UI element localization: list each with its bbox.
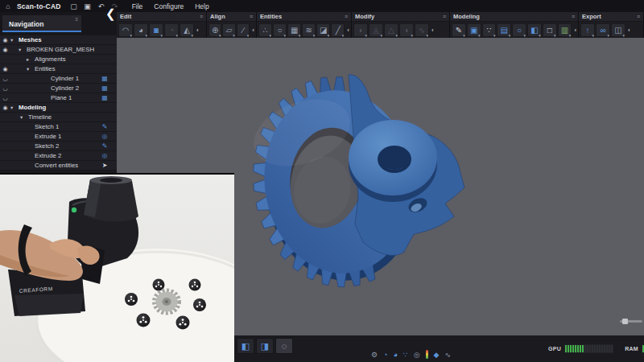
- mesh-blob-icon[interactable]: ◖▾: [399, 23, 414, 37]
- wireframe-box-icon[interactable]: ▣▾: [467, 23, 481, 37]
- grid-icon[interactable]: ▦: [100, 75, 109, 82]
- eye-icon[interactable]: ◉: [0, 66, 10, 72]
- solid-block-icon[interactable]: □▾: [543, 23, 557, 37]
- tree-item-timeline[interactable]: ▾Timeline: [0, 113, 117, 121]
- tree-item-alignments[interactable]: ▸Alignments: [0, 55, 117, 64]
- dropdown-caret-icon[interactable]: ▾: [233, 33, 235, 38]
- curve-fit-icon[interactable]: ∿▾: [415, 23, 429, 37]
- section-menu-icon[interactable]: ≡: [345, 14, 348, 19]
- section-overflow-chevron[interactable]: ‹: [347, 27, 349, 34]
- tree-item-cylinder-1[interactable]: ◡Cylinder 1▦: [0, 74, 117, 83]
- dropdown-caret-icon[interactable]: ▾: [539, 33, 541, 38]
- dropdown-caret-icon[interactable]: ▾: [365, 33, 367, 38]
- eye-icon[interactable]: ◉: [0, 47, 10, 53]
- tree-item-modeling[interactable]: ◉▾Modeling: [0, 103, 117, 112]
- curve-icon[interactable]: ◡: [0, 95, 10, 101]
- tree-item-plane-1[interactable]: ◡Plane 1▦: [0, 93, 117, 102]
- section-menu-icon[interactable]: ≡: [572, 14, 575, 19]
- menu-file[interactable]: File: [132, 2, 143, 10]
- tree-item-cylinder-2[interactable]: ◡Cylinder 2▦: [0, 84, 117, 93]
- tree-item-convert-entities[interactable]: Convert entities➤: [0, 161, 117, 170]
- dropdown-caret-icon[interactable]: ▾: [130, 33, 132, 38]
- menu-help[interactable]: Help: [195, 2, 208, 10]
- viewport-zoom-slider[interactable]: [620, 320, 642, 323]
- panel-collapse-arrow[interactable]: ❮: [105, 6, 116, 21]
- curve-icon[interactable]: ◡: [0, 76, 10, 82]
- dropdown-caret-icon[interactable]: ▾: [328, 33, 330, 38]
- dropdown-caret-icon[interactable]: ▾: [270, 33, 272, 38]
- curve-icon[interactable]: ◡: [0, 85, 10, 92]
- tab-menu-icon[interactable]: ≡: [75, 17, 78, 22]
- align-target-icon[interactable]: ⊕▾: [208, 23, 221, 37]
- solid-view-icon[interactable]: ◆: [434, 351, 440, 359]
- dropdown-caret-icon[interactable]: ▾: [592, 33, 594, 38]
- split-block-icon[interactable]: ◧▾: [527, 23, 542, 37]
- spline-tool-icon[interactable]: ∿: [444, 351, 451, 359]
- dropdown-caret-icon[interactable]: ▾: [395, 33, 398, 38]
- section-overflow-chevron[interactable]: ‹: [628, 27, 630, 34]
- tree-item-broken-gear-mesh[interactable]: ◉▾BROKEN GEAR_MESH: [0, 45, 117, 54]
- dropdown-caret-icon[interactable]: ▾: [509, 33, 511, 38]
- align-pen-icon[interactable]: ∕▾: [237, 23, 250, 37]
- dropdown-caret-icon[interactable]: ▾: [554, 33, 556, 38]
- dropdown-caret-icon[interactable]: ▾: [219, 33, 221, 38]
- fill-selection-icon[interactable]: ◙▾: [149, 23, 163, 37]
- mesh-points-icon[interactable]: ∵: [403, 351, 408, 359]
- eye-icon[interactable]: ◉: [0, 37, 10, 43]
- tree-item-entities[interactable]: ◉▾Entities: [0, 64, 117, 73]
- eye-blue-icon[interactable]: ◎: [100, 152, 109, 159]
- section-overflow-chevron[interactable]: ‹: [431, 27, 434, 34]
- save-icon[interactable]: ▣: [82, 2, 93, 10]
- dropdown-caret-icon[interactable]: ▾: [284, 33, 287, 38]
- color-slab-icon[interactable]: ▥▾: [558, 23, 572, 37]
- stack-icon[interactable]: ▤▾: [497, 23, 511, 37]
- lasso-select-icon[interactable]: ◌: [275, 338, 293, 354]
- dropdown-caret-icon[interactable]: ▾: [342, 33, 345, 38]
- chevron-down-icon[interactable]: ▾: [10, 37, 19, 43]
- dropdown-caret-icon[interactable]: ▾: [411, 33, 413, 38]
- clean-mesh-icon[interactable]: ◔▾: [164, 23, 179, 37]
- dropdown-caret-icon[interactable]: ▾: [160, 33, 163, 38]
- dropdown-caret-icon[interactable]: ▾: [247, 33, 250, 38]
- unfold-icon[interactable]: ◬▾: [369, 23, 383, 37]
- mesh-view-2-icon[interactable]: ◕: [394, 351, 398, 359]
- tree-item-sketch-1[interactable]: Sketch 1✎: [0, 122, 117, 131]
- plane-entity-icon[interactable]: ◪▾: [316, 23, 330, 37]
- triangle-icon[interactable]: △▾: [384, 23, 398, 37]
- smooth-mesh-icon[interactable]: ◕▾: [134, 23, 148, 37]
- dropdown-caret-icon[interactable]: ▾: [145, 33, 147, 38]
- tree-item-meshes[interactable]: ◉▾Meshes: [0, 35, 117, 44]
- settings-gear-icon[interactable]: ⚙: [371, 351, 378, 359]
- section-menu-icon[interactable]: ≡: [637, 14, 640, 19]
- tree-item-extrude-2[interactable]: Extrude 2◎: [0, 151, 117, 160]
- tree-item-sketch-2[interactable]: Sketch 2✎: [0, 142, 117, 150]
- share-people-icon[interactable]: ∞▾: [596, 23, 610, 37]
- dropdown-caret-icon[interactable]: ▾: [299, 33, 301, 38]
- chevron-down-icon[interactable]: ▾: [19, 47, 27, 53]
- mesh-extract-icon[interactable]: ◧: [237, 338, 254, 354]
- eye-icon[interactable]: ◉: [0, 105, 10, 111]
- colorbar-icon[interactable]: [426, 350, 428, 359]
- tab-navigation[interactable]: Navigation ≡: [2, 15, 81, 32]
- section-overflow-chevron[interactable]: ‹: [196, 27, 199, 34]
- dropdown-caret-icon[interactable]: ▾: [569, 33, 572, 38]
- dropdown-caret-icon[interactable]: ▾: [478, 33, 481, 38]
- chevron-right-icon[interactable]: ▸: [27, 56, 35, 63]
- pick-entity-icon[interactable]: ╱▾: [331, 23, 345, 37]
- pointer-icon[interactable]: ➤: [100, 162, 109, 169]
- dropdown-caret-icon[interactable]: ▾: [622, 33, 625, 38]
- dropdown-caret-icon[interactable]: ▾: [313, 33, 316, 38]
- grid-icon[interactable]: ▦: [100, 84, 109, 92]
- section-overflow-chevron[interactable]: ‹: [252, 27, 254, 34]
- sketch-tool-icon[interactable]: ✎▾: [452, 23, 466, 37]
- section-menu-icon[interactable]: ≡: [200, 14, 203, 19]
- chevron-down-icon[interactable]: ▾: [10, 105, 19, 111]
- dropdown-caret-icon[interactable]: ▾: [463, 33, 465, 38]
- dropdown-caret-icon[interactable]: ▾: [426, 33, 428, 38]
- new-file-icon[interactable]: ▢: [68, 2, 80, 10]
- align-plane-icon[interactable]: ▱▾: [222, 23, 235, 37]
- chevron-down-icon[interactable]: ▾: [20, 114, 28, 121]
- sketch-icon[interactable]: ✎: [100, 123, 109, 130]
- menu-configure[interactable]: Configure: [154, 2, 184, 10]
- target-icon[interactable]: ◎: [414, 351, 420, 359]
